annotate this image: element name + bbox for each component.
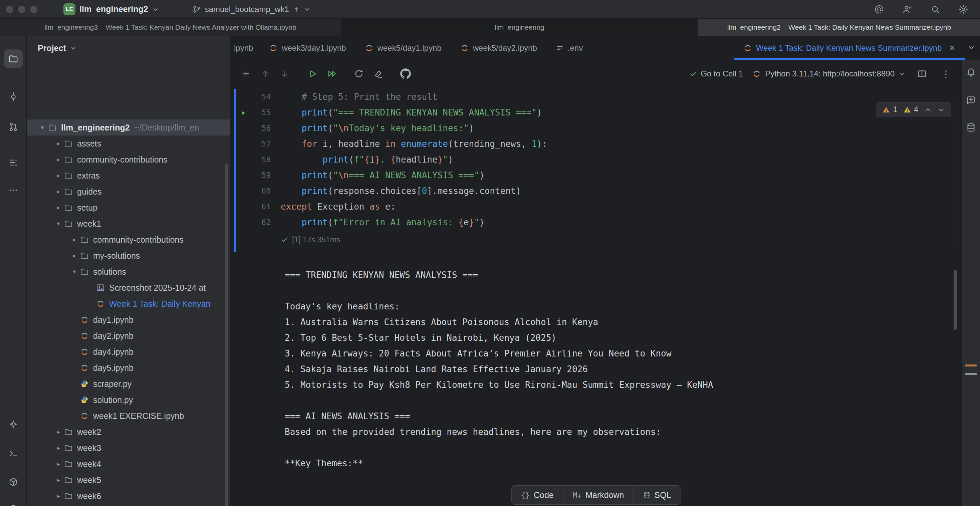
settings-icon[interactable]	[956, 2, 970, 17]
tree-item-extras[interactable]: ▸extras	[27, 167, 230, 184]
tree-item-day1-ipynb[interactable]: day1.ipynb	[27, 312, 230, 328]
tree-item-scraper-py[interactable]: scraper.py	[27, 376, 230, 392]
close-window-button[interactable]	[6, 6, 13, 13]
tree-item-solutions[interactable]: ▾solutions	[27, 264, 230, 280]
window-tab[interactable]: llm_engineering3 – Week 1 Task: Kenyan D…	[0, 19, 341, 36]
run-line-icon[interactable]: ▶	[242, 109, 245, 116]
tree-item-week1-exercise-ipynb[interactable]: week1 EXERCISE.ipynb	[27, 408, 230, 424]
more-icon[interactable]	[4, 181, 23, 200]
tree-item-week2[interactable]: ▸week2	[27, 424, 230, 440]
move-cell-down-button[interactable]	[277, 67, 292, 81]
project-panel-header[interactable]: Project	[27, 36, 230, 60]
database-icon[interactable]	[964, 120, 978, 135]
run-cell-button[interactable]	[305, 67, 320, 81]
code-editor[interactable]: # Step 5: Print the result print("=== TR…	[277, 89, 957, 230]
project-tree-scrollbar[interactable]	[225, 164, 228, 506]
tree-item-solution-py[interactable]: solution.py	[27, 392, 230, 408]
editor-tab-week-1-task-daily-kenyan-news-summarizer-ipynb[interactable]: Week 1 Task: Daily Kenyan News Summarize…	[734, 36, 965, 60]
previous-problem-button[interactable]	[924, 106, 932, 113]
tree-item-week3[interactable]: ▸week3	[27, 440, 230, 456]
code-line[interactable]: print(f"Error in AI analysis: {e}")	[281, 214, 957, 230]
warning-badge-2[interactable]: 4	[903, 105, 918, 114]
split-editor-button[interactable]	[915, 67, 929, 81]
zoom-window-button[interactable]	[30, 6, 37, 13]
tree-item-community-contributions[interactable]: ▸community-contributions	[27, 151, 230, 167]
editor-tab-week3-day1-ipynb[interactable]: week3/day1.ipynb	[260, 36, 355, 60]
code-cell[interactable]: 54▶5556575859606162 # Step 5: Print the …	[238, 89, 957, 252]
run-all-cells-button[interactable]	[325, 67, 339, 81]
error-stripe-mark[interactable]	[965, 373, 977, 375]
editor-tab-week5-day2-ipynb[interactable]: week5/day2.ipynb	[451, 36, 546, 60]
search-icon[interactable]	[928, 2, 943, 17]
add-markdown-cell-button[interactable]: M↓Markdown	[563, 485, 634, 504]
restart-kernel-button[interactable]	[352, 67, 366, 81]
services-icon[interactable]	[4, 499, 23, 506]
project-icon[interactable]	[4, 49, 23, 68]
tree-item-community-contributions[interactable]: ▸community-contributions	[27, 232, 230, 248]
inspections-widget[interactable]: 1 4	[876, 102, 951, 117]
pull-requests-icon[interactable]	[4, 118, 23, 136]
code-line[interactable]: # Step 5: Print the result	[281, 89, 957, 105]
tree-item-week7[interactable]: ▸week7	[27, 504, 230, 506]
python-packages-icon[interactable]	[4, 473, 23, 491]
output-scrollbar[interactable]	[954, 270, 957, 330]
tree-item-day4-ipynb[interactable]: day4.ipynb	[27, 344, 230, 360]
tree-item-week1[interactable]: ▾week1	[27, 216, 230, 232]
github-button[interactable]	[398, 67, 413, 81]
kernel-selector[interactable]: Python 3.11.14: http://localhost:8890	[752, 69, 905, 78]
more-options-button[interactable]: ⋮	[939, 67, 953, 81]
tree-item-assets[interactable]: ▸assets	[27, 135, 230, 151]
code-line[interactable]: print("\n=== AI NEWS ANALYSIS ===")	[281, 167, 957, 183]
tree-item-my-solutions[interactable]: ▸my-solutions	[27, 248, 230, 264]
code-line[interactable]: print("=== TRENDING KENYAN NEWS ANALYSIS…	[281, 105, 957, 120]
tree-item-llm-engineering2[interactable]: ▾llm_engineering2~/Desktop/llm_en	[27, 119, 230, 135]
editor-tab-env[interactable]: .env	[546, 36, 592, 60]
tree-item-setup[interactable]: ▸setup	[27, 200, 230, 216]
notifications-icon[interactable]	[964, 65, 978, 80]
output-line: 1. Australia Warns Citizens About Poison…	[285, 314, 713, 330]
tree-item-week-1-task-daily-kenyan[interactable]: Week 1 Task: Daily Kenyan	[27, 296, 230, 312]
go-to-cell-button[interactable]: Go to Cell 1	[689, 69, 743, 78]
editor-tab-label: Week 1 Task: Daily Kenyan News Summarize…	[756, 43, 942, 53]
tree-item-week4[interactable]: ▸week4	[27, 456, 230, 472]
code-line[interactable]: print("\nToday's key headlines:")	[281, 120, 957, 136]
tree-item-guides[interactable]: ▸guides	[27, 184, 230, 200]
error-stripe-warning-mark[interactable]	[965, 364, 977, 366]
minimize-window-button[interactable]	[18, 6, 25, 13]
project-widget[interactable]: LE llm_engineering2	[60, 2, 162, 17]
tree-item-screenshot-2025-10-24-at[interactable]: Screenshot 2025-10-24 at	[27, 280, 230, 296]
code-line[interactable]: except Exception as e:	[281, 199, 957, 214]
chevron-down-icon: ▾	[38, 124, 47, 131]
add-sql-cell-button[interactable]: SQL	[634, 485, 681, 504]
tree-item-week6[interactable]: ▸week6	[27, 488, 230, 504]
code-line[interactable]: for i, headline in enumerate(trending_ne…	[281, 136, 957, 151]
tree-item-week5[interactable]: ▸week5	[27, 472, 230, 488]
close-icon[interactable]: ✕	[949, 44, 955, 53]
tree-item-day5-ipynb[interactable]: day5.ipynb	[27, 360, 230, 376]
hidden-tabs-button[interactable]	[967, 43, 975, 53]
kernel-label: Python 3.11.14: http://localhost:8890	[765, 69, 894, 78]
warning-badge-1[interactable]: 1	[882, 105, 897, 114]
structure-icon[interactable]	[4, 153, 23, 172]
ai-assistant-icon[interactable]	[4, 415, 23, 434]
tree-item-label: community-contributions	[93, 235, 184, 245]
add-cell-button[interactable]	[239, 67, 253, 81]
editor-tab-week5-day1-ipynb[interactable]: week5/day1.ipynb	[355, 36, 451, 60]
code-line[interactable]: print(f"{i}. {headline}")	[281, 151, 957, 167]
editor-tab-ipynb[interactable]: ipynb	[231, 36, 260, 60]
terminal-icon[interactable]	[4, 444, 23, 463]
ai-chat-icon[interactable]	[964, 93, 978, 107]
code-line[interactable]: print(response.choices[0].message.conten…	[281, 183, 957, 199]
assistant-icon[interactable]	[872, 2, 886, 17]
add-code-cell-button[interactable]: {}Code	[511, 485, 563, 504]
gutter-line: 61	[238, 199, 277, 214]
clear-outputs-button[interactable]	[371, 67, 385, 81]
window-tab[interactable]: llm_engineering	[341, 19, 698, 36]
branch-widget[interactable]: samuel_bootcamp_wk1	[189, 3, 314, 15]
move-cell-up-button[interactable]	[258, 67, 273, 81]
tree-item-day2-ipynb[interactable]: day2.ipynb	[27, 328, 230, 344]
commit-icon[interactable]	[4, 88, 23, 106]
window-tab[interactable]: llm_engineering2 – Week 1 Task: Daily Ke…	[698, 19, 980, 36]
code-with-me-icon[interactable]	[900, 2, 915, 17]
next-problem-button[interactable]	[938, 106, 945, 113]
